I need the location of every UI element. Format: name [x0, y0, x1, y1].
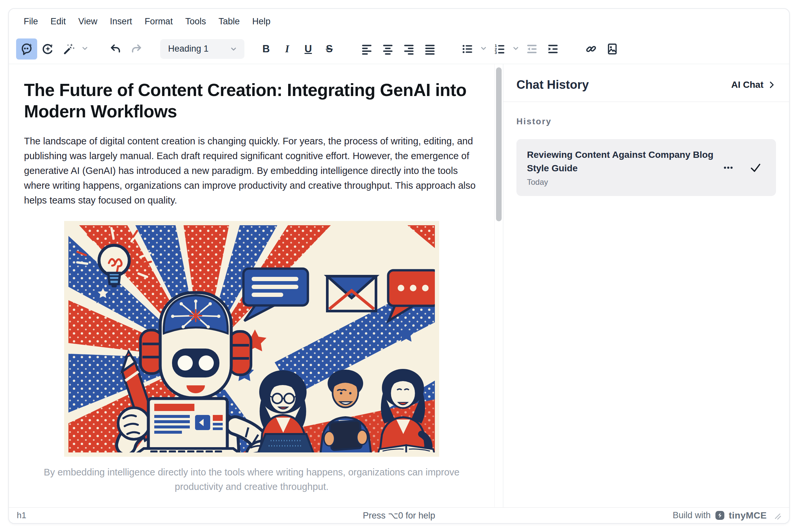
check-icon[interactable]: [749, 161, 762, 174]
image-button[interactable]: [601, 38, 623, 59]
editor-content[interactable]: The Future of Content Creation: Integrat…: [9, 64, 495, 507]
align-left-icon: [360, 43, 373, 55]
image-caption[interactable]: By embedding intelligence directly into …: [33, 465, 470, 494]
document-title[interactable]: The Future of Content Creation: Integrat…: [24, 79, 471, 122]
ai-review-icon: [41, 43, 54, 55]
indent-icon: [547, 43, 559, 55]
toolbar: Heading 1 B I U S: [9, 34, 789, 64]
ai-shortcuts-chevron[interactable]: [79, 38, 90, 59]
envelope-icon: [327, 276, 376, 311]
align-justify-icon: [424, 43, 436, 55]
bold-icon: B: [262, 44, 270, 54]
scrollbar-thumb[interactable]: [496, 68, 502, 221]
numbered-list-chevron[interactable]: [510, 38, 521, 59]
link-button[interactable]: [580, 38, 601, 59]
ai-chat-icon: [20, 43, 33, 55]
align-center-icon: [382, 43, 394, 55]
chevron-down-icon: [229, 45, 238, 53]
history-card-date: Today: [527, 177, 716, 187]
indent-button[interactable]: [542, 38, 563, 59]
branding-name: tinyMCE: [729, 510, 767, 521]
laptop: [133, 399, 244, 457]
chat-history-panel: Chat History AI Chat History Reviewing C…: [503, 64, 789, 507]
status-help-text: Press ⌥0 for help: [9, 510, 789, 521]
format-select-value: Heading 1: [168, 44, 208, 54]
menu-help[interactable]: Help: [246, 13, 277, 30]
format-select[interactable]: Heading 1: [160, 39, 244, 59]
bullet-list-icon: [461, 43, 474, 55]
undo-button[interactable]: [105, 38, 126, 59]
ai-chat-button[interactable]: [16, 38, 37, 59]
magic-wand-icon: [62, 43, 75, 55]
popart-illustration: [64, 221, 439, 457]
status-bar: Press ⌥0 for help h1 Build with tinyMCE: [9, 507, 789, 523]
history-card-title: Reviewing Content Against Company Blog S…: [527, 148, 716, 175]
chevron-down-icon: [512, 44, 520, 54]
chevron-down-icon: [479, 44, 488, 54]
link-icon: [585, 43, 597, 55]
menu-format[interactable]: Format: [138, 13, 179, 30]
align-right-button[interactable]: [398, 38, 420, 59]
history-section-label: History: [516, 116, 776, 127]
strikethrough-button[interactable]: S: [319, 38, 340, 59]
underline-button[interactable]: U: [298, 38, 319, 59]
outdent-button[interactable]: [521, 38, 542, 59]
italic-button[interactable]: I: [277, 38, 298, 59]
ai-chat-link[interactable]: AI Chat: [731, 80, 777, 90]
tinymce-logo-icon: [715, 510, 725, 520]
align-justify-button[interactable]: [420, 38, 441, 59]
redo-icon: [130, 43, 143, 55]
chevron-down-icon: [80, 44, 89, 54]
menu-edit[interactable]: Edit: [44, 13, 72, 30]
menu-file[interactable]: File: [17, 13, 44, 30]
ai-shortcuts-button[interactable]: [58, 38, 79, 59]
menu-bar: File Edit View Insert Format Tools Table…: [9, 9, 789, 34]
editor-scrollbar[interactable]: [495, 64, 503, 507]
document-image[interactable]: [64, 221, 439, 457]
menu-view[interactable]: View: [72, 13, 104, 30]
numbered-list-icon: 1 2 3: [494, 43, 506, 55]
branding-prefix: Build with: [673, 510, 711, 520]
chevron-right-icon: [767, 80, 777, 90]
undo-icon: [109, 43, 122, 55]
svg-text:3: 3: [495, 50, 497, 55]
chat-history-title: Chat History: [516, 78, 589, 92]
document-paragraph[interactable]: The landscape of digital content creatio…: [24, 134, 479, 208]
main-area: The Future of Content Creation: Integrat…: [9, 64, 789, 507]
menu-table[interactable]: Table: [212, 13, 246, 30]
tinymce-editor-window: File Edit View Insert Format Tools Table…: [8, 8, 790, 524]
numbered-list-button[interactable]: 1 2 3: [489, 38, 510, 59]
ai-chat-link-label: AI Chat: [731, 80, 763, 90]
bullet-list-button[interactable]: [457, 38, 478, 59]
bold-button[interactable]: B: [256, 38, 277, 59]
menu-tools[interactable]: Tools: [179, 13, 212, 30]
align-center-button[interactable]: [377, 38, 398, 59]
outdent-icon: [526, 43, 538, 55]
bullet-list-chevron[interactable]: [478, 38, 489, 59]
branding[interactable]: Build with tinyMCE: [673, 510, 781, 521]
menu-insert[interactable]: Insert: [104, 13, 138, 30]
align-left-button[interactable]: [356, 38, 377, 59]
history-card[interactable]: Reviewing Content Against Company Blog S…: [516, 139, 776, 196]
italic-icon: I: [285, 44, 289, 54]
image-icon: [606, 43, 618, 55]
more-options-icon[interactable]: [723, 162, 734, 173]
strikethrough-icon: S: [326, 44, 333, 54]
resize-grip[interactable]: [773, 511, 781, 520]
align-right-icon: [403, 43, 415, 55]
ai-review-button[interactable]: [37, 38, 58, 59]
underline-icon: U: [304, 44, 312, 54]
redo-button[interactable]: [126, 38, 147, 59]
